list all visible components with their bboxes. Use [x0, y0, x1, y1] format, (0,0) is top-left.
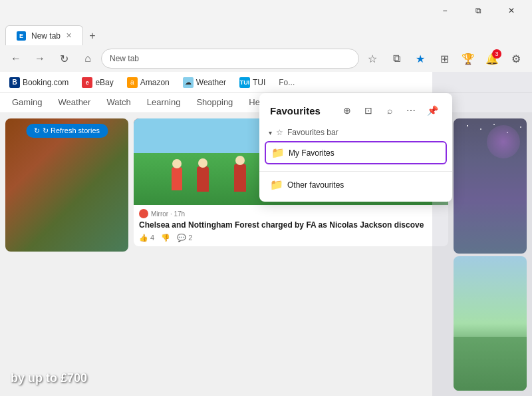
address-bar[interactable]: New tab [101, 49, 359, 69]
more-icon: ⋯ [406, 105, 416, 116]
like-count: 4 [150, 234, 154, 242]
content-area: B Booking.com e eBay a Amazon ☁ Weather [0, 72, 532, 396]
news-title: Chelsea and Nottingham Forest charged by… [139, 220, 443, 231]
bookmark-booking-label: Booking.com [23, 78, 68, 87]
panel-header: Favourites ⊕ ⊡ ⌕ ⋯ 📌 [259, 93, 452, 125]
favourites-panel: Favourites ⊕ ⊡ ⌕ ⋯ 📌 [259, 93, 452, 202]
dislike-icon: 👎 [161, 234, 170, 242]
folder-icon: 📁 [271, 146, 285, 159]
news-source-row: Mirror · 17h [139, 209, 443, 218]
tab-bar: E New tab ✕ + [0, 21, 532, 45]
refresh-button[interactable]: ↻ [53, 48, 74, 69]
panel-title: Favourites [270, 105, 321, 116]
favourites-bar-header[interactable]: ▾ ☆ Favourites bar [265, 125, 447, 140]
dislike-button[interactable]: 👎 [161, 234, 170, 242]
bookmark-weather-label: Weather [196, 78, 226, 87]
star-button[interactable]: ☆ [362, 48, 383, 69]
tab-label: New tab [31, 31, 61, 41]
forward-button[interactable]: → [29, 48, 51, 69]
favourites-bar-label: Favourites bar [287, 128, 338, 137]
bookmark-more[interactable]: Fo... [275, 76, 299, 89]
back-button[interactable]: ← [5, 48, 27, 69]
left-story-title: by up to £700 [11, 371, 123, 385]
news-actions: 👍 4 👎 💬 2 [139, 234, 443, 242]
browser-window: − ⧉ ✕ E New tab ✕ + ← → ↻ ⌂ New tab ☆ ⧉ … [0, 0, 532, 396]
refresh-stories-button[interactable]: ↻ ↻ Refresh stories [26, 124, 108, 138]
player-2 [234, 164, 246, 192]
bookmark-tui-label: TUI [253, 78, 265, 87]
bell-button-container: 🔔 3 [481, 48, 503, 69]
maximize-button[interactable]: ⧉ [463, 0, 493, 21]
favourites-bar-section: ▾ ☆ Favourites bar 📁 My Favorites [259, 125, 452, 168]
bookmark-tui[interactable]: TUI TUI [235, 75, 269, 90]
my-favorites-folder[interactable]: 📁 My Favorites [265, 141, 447, 164]
news-card-body: Mirror · 17h Chelsea and Nottingham Fore… [134, 205, 448, 246]
new-tab-button[interactable]: + [83, 27, 102, 45]
trophy-button[interactable]: 🏆 [458, 48, 479, 69]
like-button[interactable]: 👍 4 [139, 234, 154, 242]
toolbar: ← → ↻ ⌂ New tab ☆ ⧉ ★ ⊞ 🏆 🔔 3 ⚙ [0, 45, 532, 72]
refresh-label: ↻ Refresh stories [43, 126, 100, 135]
nav-tab-weather[interactable]: Weather [52, 93, 98, 112]
comment-count: 2 [188, 234, 192, 242]
other-favourites-section: 📁 Other favourites [259, 174, 452, 202]
other-favourites-folder[interactable]: 📁 Other favourites [265, 174, 447, 195]
add-tab-button[interactable]: ⊕ [338, 101, 356, 120]
split-button[interactable]: ⧉ [386, 48, 407, 69]
title-bar: − ⧉ ✕ [0, 0, 532, 21]
trophy-icon: 🏆 [462, 53, 475, 65]
panel-divider [259, 171, 452, 172]
nav-tab-gaming[interactable]: Gaming [5, 93, 49, 112]
nav-tab-watch[interactable]: Watch [100, 93, 137, 112]
my-favorites-label: My Favorites [289, 148, 334, 158]
star-icon: ☆ [276, 128, 283, 137]
news-left-image: ↻ ↻ Refresh stories by up to £700 [5, 118, 128, 252]
tab-close-icon[interactable]: ✕ [66, 31, 72, 40]
like-icon: 👍 [139, 234, 148, 242]
search-favourites-button[interactable]: ⌕ [380, 101, 399, 120]
player-1 [197, 166, 209, 192]
import-icon: ⊡ [364, 105, 372, 116]
bookmark-booking[interactable]: B Booking.com [5, 75, 72, 90]
panel-actions: ⊕ ⊡ ⌕ ⋯ 📌 [338, 101, 442, 120]
bookmark-ebay[interactable]: e eBay [78, 75, 117, 90]
player-6 [172, 167, 182, 190]
other-folder-icon: 📁 [270, 178, 283, 191]
tab-favicon: E [17, 31, 26, 41]
bookmark-amazon[interactable]: a Amazon [123, 75, 174, 90]
search-icon: ⌕ [387, 105, 392, 116]
active-tab[interactable]: E New tab ✕ [5, 25, 83, 45]
nav-tab-learning[interactable]: Learning [140, 93, 188, 112]
news-source-text: Mirror · 17h [151, 210, 185, 218]
comment-icon: 💬 [177, 234, 186, 242]
address-text: New tab [110, 54, 350, 63]
bookmark-weather[interactable]: ☁ Weather [179, 75, 230, 90]
pin-panel-button[interactable]: 📌 [423, 101, 442, 120]
bookmark-amazon-label: Amazon [140, 78, 170, 87]
add-tab-icon: ⊕ [343, 105, 351, 116]
minimize-button[interactable]: − [430, 0, 460, 21]
bell-badge: 3 [492, 49, 501, 59]
collections-button[interactable]: ⊞ [434, 48, 455, 69]
settings-button[interactable]: ⚙ [505, 48, 527, 69]
bookmark-ebay-label: eBay [95, 78, 113, 87]
more-options-button[interactable]: ⋯ [402, 101, 420, 120]
favorites-button[interactable]: ★ [410, 48, 431, 69]
toolbar-right-actions: 🏆 🔔 3 ⚙ [458, 48, 527, 69]
news-left: ↻ ↻ Refresh stories by up to £700 [5, 118, 128, 391]
home-button[interactable]: ⌂ [77, 48, 98, 69]
refresh-icon: ↻ [34, 126, 40, 135]
comment-button[interactable]: 💬 2 [177, 234, 192, 242]
close-button[interactable]: ✕ [496, 0, 527, 21]
chevron-down-icon: ▾ [269, 129, 272, 136]
import-button[interactable]: ⊡ [359, 101, 378, 120]
other-favourites-label: Other favourites [287, 180, 344, 190]
settings-icon: ⚙ [511, 53, 521, 65]
pin-icon: 📌 [427, 105, 438, 116]
news-source-icon [139, 209, 148, 218]
nav-tab-shopping[interactable]: Shopping [190, 93, 239, 112]
